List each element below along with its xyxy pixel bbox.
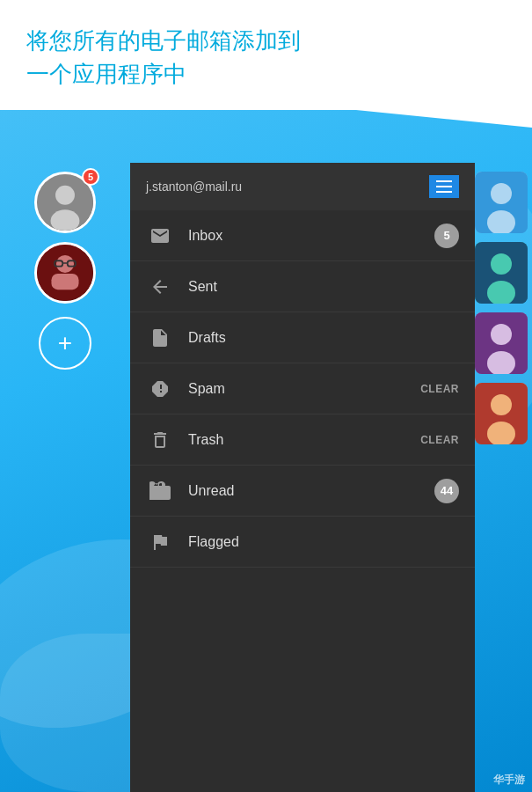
add-icon: + xyxy=(58,329,72,357)
menu-panel: j.stanton@mail.ru Inbox 5 xyxy=(130,163,475,792)
avatar2-container[interactable] xyxy=(34,242,96,304)
sent-icon xyxy=(146,273,174,301)
right-avatar-4[interactable] xyxy=(475,383,528,444)
drafts-label: Drafts xyxy=(188,330,459,346)
avatar-sidebar: 5 + xyxy=(0,163,130,370)
hamburger-line2 xyxy=(436,186,452,187)
menu-item-inbox[interactable]: Inbox 5 xyxy=(130,210,475,261)
avatar1-container[interactable]: 5 xyxy=(34,172,96,233)
inbox-label: Inbox xyxy=(188,228,434,244)
svg-point-19 xyxy=(491,394,512,415)
right-avatar-1[interactable] xyxy=(475,172,528,233)
avatar2[interactable] xyxy=(34,242,96,304)
hamburger-line1 xyxy=(436,180,452,182)
svg-point-13 xyxy=(491,253,512,275)
flagged-icon xyxy=(146,528,174,556)
right-avatar-3[interactable] xyxy=(475,312,528,374)
trash-clear[interactable]: CLEAR xyxy=(420,434,459,446)
trash-label: Trash xyxy=(188,432,420,448)
menu-item-sent[interactable]: Sent xyxy=(130,261,475,312)
watermark: 华手游 xyxy=(493,773,525,788)
menu-item-drafts[interactable]: Drafts xyxy=(130,312,475,363)
account-email: j.stanton@mail.ru xyxy=(146,180,242,194)
spam-label: Spam xyxy=(188,381,420,397)
menu-header: j.stanton@mail.ru xyxy=(130,163,475,210)
hamburger-button[interactable] xyxy=(429,175,459,198)
menu-list: Inbox 5 Sent Drafts xyxy=(130,210,475,568)
unread-badge: 44 xyxy=(434,479,459,503)
right-avatar-2-image xyxy=(475,242,528,304)
menu-item-spam[interactable]: Spam CLEAR xyxy=(130,363,475,414)
spam-clear[interactable]: CLEAR xyxy=(420,383,459,395)
unread-icon xyxy=(146,477,174,505)
right-avatar-2[interactable] xyxy=(475,242,528,304)
menu-item-trash[interactable]: Trash CLEAR xyxy=(130,414,475,466)
svg-point-10 xyxy=(491,183,512,204)
sent-label: Sent xyxy=(188,279,459,295)
spam-icon xyxy=(146,375,174,403)
banner-text: 将您所有的电子邮箱添加到 一个应用程序中 xyxy=(26,25,506,91)
svg-point-2 xyxy=(51,209,80,232)
drafts-icon xyxy=(146,324,174,352)
banner-line2: 一个应用程序中 xyxy=(26,61,186,87)
inbox-badge: 5 xyxy=(434,224,459,248)
add-account-button[interactable]: + xyxy=(39,317,91,370)
right-avatar-3-image xyxy=(475,312,528,374)
watermark-text: 华手游 xyxy=(493,774,525,786)
banner-line1: 将您所有的电子邮箱添加到 xyxy=(26,27,301,54)
unread-label: Unread xyxy=(188,483,434,499)
trash-icon xyxy=(146,426,174,454)
avatar1-badge: 5 xyxy=(82,168,99,186)
svg-rect-5 xyxy=(51,274,78,290)
flagged-label: Flagged xyxy=(188,534,459,550)
inbox-icon xyxy=(146,222,174,250)
right-avatar-4-image xyxy=(475,383,528,444)
svg-point-16 xyxy=(491,324,512,345)
avatar2-image xyxy=(37,242,93,304)
right-avatar-strip xyxy=(475,163,532,444)
svg-point-4 xyxy=(56,255,74,273)
menu-item-flagged[interactable]: Flagged xyxy=(130,517,475,568)
hamburger-line3 xyxy=(436,191,452,193)
svg-point-1 xyxy=(55,186,75,205)
content-area: 5 + j.stanton@mail.ru xyxy=(0,163,532,792)
top-banner: 将您所有的电子邮箱添加到 一个应用程序中 xyxy=(0,0,532,110)
right-avatar-1-image xyxy=(475,172,528,233)
menu-item-unread[interactable]: Unread 44 xyxy=(130,466,475,517)
